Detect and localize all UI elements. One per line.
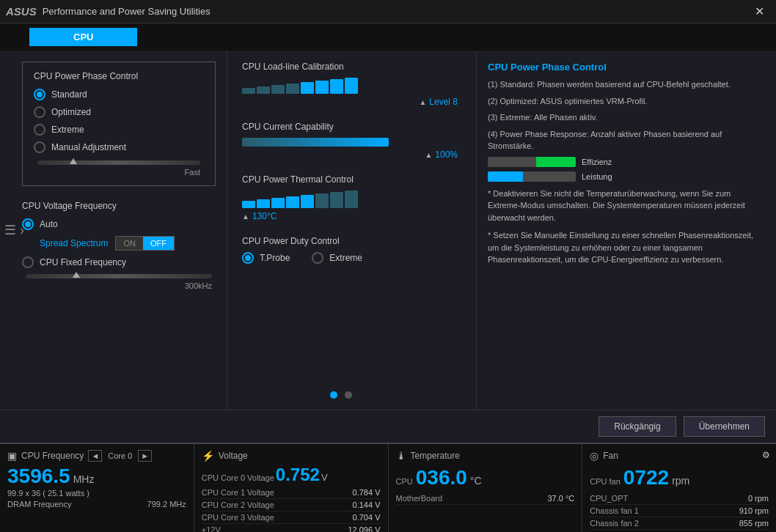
radio-label-duty-extreme: Extreme	[329, 253, 362, 263]
legend-leistung-label: Leistung	[582, 172, 612, 181]
fan-rows: CPU_OPT 0 rpm Chassis fan 1 910 rpm Chas…	[590, 492, 769, 532]
phase-control-box: CPU Power Phase Control Standard Optimiz…	[22, 62, 216, 186]
radio-label-extreme: Extreme	[51, 125, 84, 135]
radio-label-standard: Standard	[51, 89, 87, 100]
current-value: 100%	[435, 149, 458, 160]
middle-panel: CPU Load-line Calibration ▲ Level 8	[227, 51, 477, 410]
tab-bar: CPU	[0, 23, 776, 51]
legend-leistung-bar	[488, 171, 576, 182]
radio-circle-tprobe	[242, 252, 254, 264]
radio-label-optimized: Optimized	[51, 107, 91, 117]
current-capability-title: CPU Current Capability	[242, 122, 461, 132]
fan-header: ◎ Fan	[590, 450, 769, 462]
fan-row-0: CPU_OPT 0 rpm	[590, 492, 769, 505]
sidebar-arrow[interactable]: ☰ ›	[0, 219, 29, 241]
radio-circle-fixed	[22, 256, 34, 268]
cancel-button[interactable]: Rückgängig	[599, 416, 676, 437]
title-bar: ASUS Performance and Power Saving Utilit…	[0, 0, 776, 23]
thermal-title: CPU Power Thermal Control	[242, 174, 461, 185]
core0-label: CPU Core 0 Voltage	[202, 473, 274, 482]
fan-row-1: Chassis fan 1 910 rpm	[590, 505, 769, 517]
current-capability-section: CPU Current Capability ▲ 100%	[242, 122, 461, 160]
phase-slider-track	[37, 160, 200, 165]
close-button[interactable]: ✕	[749, 4, 770, 18]
radio-circle-extreme	[34, 124, 45, 136]
pagination	[227, 391, 455, 399]
tab-cpu[interactable]: CPU	[29, 28, 137, 46]
legend-effizienz: Effizienz	[488, 157, 765, 167]
dot-2[interactable]	[345, 391, 352, 399]
radio-circle-duty-extreme	[312, 252, 323, 264]
freq-slider-label: 300kHz	[26, 281, 212, 290]
temp-rows: MotherBoard 37.0 °C	[396, 492, 575, 505]
duty-extreme[interactable]: Extreme	[312, 252, 362, 264]
radio-standard[interactable]: Standard	[34, 89, 204, 100]
voltage-row-3: +12V 12.096 V	[202, 524, 381, 532]
voltage-freq-title: CPU Voltage Frequency	[22, 201, 216, 211]
cpu-freq-icon: ▣	[7, 450, 17, 462]
radio-manual[interactable]: Manual Adjustment	[34, 141, 204, 153]
temp-main-value: 036.0	[416, 466, 467, 489]
radio-auto[interactable]: Auto	[22, 218, 216, 230]
fan-section: ◎ Fan ⚙ CPU fan 0722 rpm CPU_OPT 0 rpm C…	[582, 444, 776, 532]
temperature-title: Temperature	[411, 451, 460, 461]
desc-3: (3) Extreme: Alle Phasen aktiv.	[488, 111, 765, 124]
voltage-main-unit: V	[321, 472, 328, 483]
desc-1: (1) Standard: Phasen werden basierend au…	[488, 78, 765, 91]
temp-row-0: MotherBoard 37.0 °C	[396, 492, 575, 505]
core-next-arrow[interactable]: ►	[138, 450, 152, 462]
radio-label-fixed: CPU Fixed Frequency	[40, 257, 126, 267]
duty-tprobe[interactable]: T.Probe	[242, 252, 290, 264]
freq-slider[interactable]: 300kHz	[22, 274, 216, 290]
duty-control-section: CPU Power Duty Control T.Probe Extreme	[242, 236, 461, 270]
core-label: Core 0	[105, 451, 135, 460]
phase-control-title: CPU Power Phase Control	[34, 71, 204, 81]
thermal-control-section: CPU Power Thermal Control ▲ 130°C	[242, 174, 461, 221]
voltage-rows: CPU Core 1 Voltage 0.784 V CPU Core 2 Vo…	[202, 487, 381, 532]
radio-circle-standard	[34, 89, 45, 100]
cpu-freq-section: ▣ CPU Frequency ◄ Core 0 ► 3596.5 MHz 99…	[0, 444, 194, 532]
temperature-section: 🌡 Temperature CPU 036.0 °C MotherBoard 3…	[389, 444, 583, 532]
radio-circle-manual	[34, 141, 45, 153]
core-prev-arrow[interactable]: ◄	[88, 450, 102, 462]
settings-gear-icon[interactable]: ⚙	[762, 450, 770, 460]
dot-1[interactable]	[330, 391, 337, 399]
voltage-row-0: CPU Core 1 Voltage 0.784 V	[202, 487, 381, 499]
radio-label-auto: Auto	[40, 219, 58, 229]
cpu-freq-title: CPU Frequency	[21, 451, 84, 461]
fan-main-value: 0722	[623, 466, 669, 489]
cpu-core-nav: ◄ Core 0 ►	[88, 450, 152, 462]
cpu-freq-header: ▣ CPU Frequency ◄ Core 0 ►	[7, 450, 186, 462]
dram-row: DRAM Frequency 799.2 MHz	[7, 498, 186, 509]
fan-icon: ◎	[590, 450, 599, 462]
toggle-off-btn[interactable]: OFF	[143, 237, 174, 250]
spread-spectrum-label: Spread Spectrum	[40, 238, 108, 248]
spread-spectrum-row: Spread Spectrum ON OFF	[40, 236, 216, 251]
freq-slider-track	[26, 274, 212, 278]
dram-label: DRAM Frequency	[7, 500, 71, 509]
warning-1: * Deaktivieren Sie nicht die Temperaturü…	[488, 188, 765, 224]
legend-leistung: Leistung	[488, 171, 765, 182]
desc-4: (4) Power Phase Response: Anzahl aktiver…	[488, 128, 765, 152]
voltage-title: Voltage	[219, 451, 248, 461]
warning-2: * Setzen Sie Manuelle Einstellung zu ein…	[488, 229, 765, 266]
cpu-fan-label: CPU fan	[590, 477, 621, 486]
phase-slider[interactable]: Fast	[34, 160, 204, 177]
radio-extreme[interactable]: Extreme	[34, 124, 204, 136]
voltage-icon: ⚡	[202, 450, 214, 462]
fan-main-unit: rpm	[672, 475, 689, 487]
voltage-header: ⚡ Voltage	[202, 450, 381, 462]
loadline-value: Level 8	[429, 97, 458, 107]
toggle-on-btn[interactable]: ON	[116, 237, 143, 250]
phase-slider-thumb	[70, 158, 77, 164]
loadline-title: CPU Load-line Calibration	[242, 62, 461, 72]
spread-spectrum-toggle[interactable]: ON OFF	[115, 236, 175, 251]
voltage-main-value: 0.752	[276, 466, 320, 484]
voltage-row-1: CPU Core 2 Voltage 0.144 V	[202, 499, 381, 511]
duty-options: T.Probe Extreme	[242, 252, 461, 270]
apply-button[interactable]: Übernehmen	[684, 416, 765, 437]
radio-circle-optimized	[34, 106, 45, 118]
radio-optimized[interactable]: Optimized	[34, 106, 204, 118]
fixed-freq-row[interactable]: CPU Fixed Frequency	[22, 256, 216, 268]
cpu-freq-value: 3596.5	[7, 466, 70, 487]
